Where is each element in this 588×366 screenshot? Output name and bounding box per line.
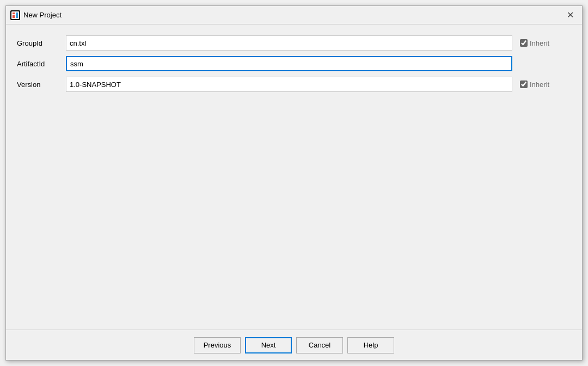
title-bar: New Project ✕ — [6, 6, 582, 24]
artifact-id-label: ArtifactId — [17, 60, 60, 68]
group-id-inherit: Inherit — [520, 39, 549, 47]
cancel-button[interactable]: Cancel — [296, 337, 343, 353]
help-button[interactable]: Help — [347, 337, 394, 353]
artifact-id-row: ArtifactId — [17, 56, 571, 71]
version-row: Version Inherit — [17, 77, 571, 92]
group-id-label: GroupId — [17, 39, 60, 47]
version-inherit-label: Inherit — [530, 80, 549, 89]
version-inherit-checkbox[interactable] — [520, 80, 528, 88]
app-icon — [10, 10, 20, 20]
version-label: Version — [17, 80, 60, 89]
version-input[interactable] — [66, 77, 512, 92]
version-inherit: Inherit — [520, 80, 549, 89]
group-id-inherit-checkbox[interactable] — [520, 39, 528, 47]
group-id-inherit-label: Inherit — [530, 39, 549, 47]
close-button[interactable]: ✕ — [562, 8, 578, 23]
title-bar-left: New Project — [10, 10, 62, 20]
group-id-input[interactable] — [66, 35, 512, 51]
svg-rect-2 — [13, 15, 15, 18]
button-bar: Previous Next Cancel Help — [6, 330, 582, 360]
svg-rect-4 — [13, 13, 15, 14]
form-area: GroupId Inherit ArtifactId Version Inher… — [17, 35, 571, 92]
svg-rect-3 — [16, 13, 18, 18]
previous-button[interactable]: Previous — [194, 337, 241, 353]
group-id-row: GroupId Inherit — [17, 35, 571, 51]
artifact-id-input[interactable] — [66, 56, 512, 71]
new-project-dialog: New Project ✕ GroupId Inherit ArtifactId — [5, 5, 583, 361]
next-button[interactable]: Next — [245, 337, 292, 353]
dialog-title: New Project — [23, 11, 62, 19]
dialog-content: GroupId Inherit ArtifactId Version Inher… — [6, 24, 582, 330]
